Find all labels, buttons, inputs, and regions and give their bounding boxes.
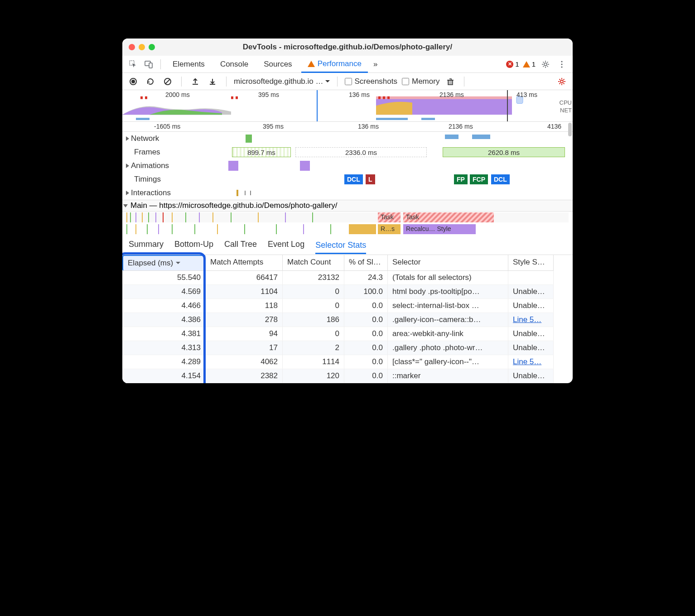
track-timings[interactable]: Timings DCL L FP FCP DCL LCP L (122, 173, 573, 186)
devtools-tabs: Elements Console Sources Performance » ✕… (122, 56, 573, 73)
flame-task-1: Task (379, 212, 400, 222)
upload-button[interactable] (189, 75, 202, 88)
subtab-summary[interactable]: Summary (129, 240, 164, 252)
cell-pct: 0.0 (344, 327, 388, 341)
tabs-right: ✕ 1 1 (506, 58, 568, 71)
marker-fcp: FCP (470, 174, 488, 184)
overview-chart (122, 90, 573, 121)
tab-more[interactable]: » (371, 56, 380, 73)
chevron-right-icon[interactable] (126, 191, 129, 195)
tab-elements[interactable]: Elements (166, 56, 211, 73)
memory-label: Memory (412, 77, 439, 86)
error-count[interactable]: ✕ 1 (506, 60, 519, 68)
screenshots-input[interactable] (345, 78, 352, 85)
cell-attempts: 2382 (206, 369, 283, 383)
cell-pct: 0.0 (344, 369, 388, 383)
network-label: Network (131, 134, 159, 143)
flame-rs: R…s (379, 224, 399, 234)
sort-desc-icon (176, 261, 180, 265)
svg-rect-48 (349, 224, 376, 234)
reload-record-button[interactable] (144, 75, 157, 88)
svg-rect-20 (383, 96, 385, 99)
divider (181, 77, 182, 87)
cell-count: 23132 (283, 271, 344, 285)
col-elapsed[interactable]: Elapsed (ms) (122, 255, 206, 271)
tab-performance[interactable]: Performance (301, 56, 368, 73)
svg-point-4 (561, 61, 562, 62)
settings-icon[interactable] (539, 58, 552, 71)
track-frames[interactable]: Frames 899.7 ms 2336.0 ms 2620.8 ms (122, 145, 573, 159)
svg-rect-22 (136, 118, 150, 120)
overview-timeline[interactable]: 2000 ms 395 ms 136 ms 2136 ms 413 ms (122, 90, 573, 122)
marker-l: L (366, 174, 375, 184)
kebab-menu-icon[interactable] (555, 58, 568, 71)
screenshots-checkbox[interactable]: Screenshots (345, 77, 398, 86)
col-match-attempts[interactable]: Match Attempts (206, 255, 283, 271)
titlebar: DevTools - microsoftedge.github.io/Demos… (122, 38, 573, 56)
cell-attempts: 278 (206, 313, 283, 327)
col-style-sheet[interactable]: Style S… (508, 255, 554, 271)
overview-time-0: 2000 ms (165, 91, 190, 98)
error-icon: ✕ (506, 61, 513, 68)
chevron-down-icon[interactable] (123, 204, 128, 207)
svg-rect-24 (421, 118, 435, 120)
cell-sheet: Unable… (508, 327, 554, 341)
cell-elapsed: 55.540 (122, 271, 206, 285)
overview-time-3: 2136 ms (439, 91, 464, 98)
cell-attempts: 17 (206, 341, 283, 355)
cell-selector: (Totals for all selectors) (388, 271, 508, 285)
svg-rect-21 (387, 96, 390, 99)
ruler-2: 136 ms (358, 123, 379, 130)
subtab-call-tree[interactable]: Call Tree (224, 240, 257, 252)
device-toggle-icon[interactable] (142, 58, 155, 71)
cell-pct: 24.3 (344, 271, 388, 285)
cell-sheet: Unable… (508, 369, 554, 383)
page-select[interactable]: microsoftedge.github.io … (234, 77, 330, 86)
cell-elapsed: 4.386 (122, 313, 206, 327)
flame-recalc: Recalcu… Style (404, 224, 475, 234)
memory-input[interactable] (402, 78, 409, 85)
ruler-3: 2136 ms (449, 123, 473, 130)
svg-rect-18 (236, 96, 238, 99)
col-pct-slow[interactable]: % of Sl… (344, 255, 388, 271)
flame-task-2: Task (404, 212, 490, 222)
col-match-count[interactable]: Match Count (283, 255, 344, 271)
cell-attempts: 4062 (206, 355, 283, 369)
cell-selector: area:-webkit-any-link (388, 327, 508, 341)
record-button[interactable] (127, 75, 140, 88)
cell-sheet[interactable]: Line 5… (508, 355, 554, 369)
selector-stats-table: Elapsed (ms) Match Attempts Match Count … (122, 255, 573, 383)
selector-stats-table-wrapper: Elapsed (ms) Match Attempts Match Count … (122, 255, 573, 383)
cell-count: 120 (283, 369, 344, 383)
memory-checkbox[interactable]: Memory (402, 77, 439, 86)
chevron-right-icon[interactable] (126, 136, 129, 141)
warning-count-value: 1 (532, 60, 536, 68)
overview-time-1: 395 ms (258, 91, 279, 98)
main-thread-header[interactable]: Main — https://microsoftedge.github.io/D… (122, 200, 573, 212)
track-interactions[interactable]: Interactions (122, 186, 573, 200)
download-button[interactable] (206, 75, 219, 88)
subtab-selector-stats[interactable]: Selector Stats (315, 241, 366, 254)
subtab-event-log[interactable]: Event Log (268, 240, 304, 252)
capture-settings-icon[interactable] (555, 75, 568, 88)
frames-label: Frames (134, 148, 160, 157)
tab-console[interactable]: Console (214, 56, 255, 73)
tab-sources[interactable]: Sources (257, 56, 298, 73)
devtools-window: DevTools - microsoftedge.github.io/Demos… (122, 38, 573, 383)
cell-count: 186 (283, 313, 344, 327)
gc-button[interactable] (444, 75, 457, 88)
track-animations[interactable]: Animations (122, 159, 573, 173)
chevron-right-icon[interactable] (126, 164, 129, 168)
inspect-icon[interactable] (127, 58, 140, 71)
flame-chart[interactable]: Task Task R…s Recalcu… Style (122, 212, 573, 236)
time-ruler[interactable]: -1605 ms 395 ms 136 ms 2136 ms 4136 (122, 122, 573, 132)
col-selector[interactable]: Selector (388, 255, 508, 271)
subtab-bottom-up[interactable]: Bottom-Up (174, 240, 213, 252)
track-network[interactable]: Network (122, 132, 573, 145)
timings-label: Timings (134, 175, 161, 184)
warning-count[interactable]: 1 (523, 60, 536, 68)
clear-button[interactable] (161, 75, 174, 88)
cell-selector: ::marker (388, 369, 508, 383)
cell-count: 2 (283, 341, 344, 355)
cell-sheet[interactable]: Line 5… (508, 313, 554, 327)
